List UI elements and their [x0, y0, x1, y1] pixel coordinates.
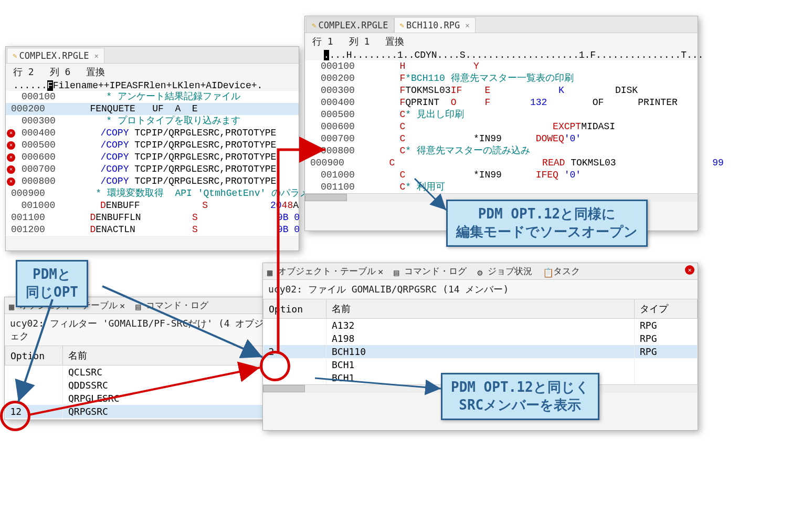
code-line[interactable]: ✕000400 /COPY TCPIP/QRPGLESRC,PROTOTYPE [6, 127, 299, 139]
tab-label: COMPLEX.RPGLE [19, 50, 89, 61]
pencil-icon: ✎ [312, 21, 316, 29]
close-icon[interactable]: ✕ [120, 300, 125, 311]
option-input[interactable] [269, 359, 300, 370]
code-line[interactable]: 000200 F*BCH110 得意先マスター一覧表の印刷 [305, 72, 698, 85]
close-icon[interactable]: ✕ [94, 51, 99, 60]
col-option[interactable]: Option [5, 346, 63, 366]
code-line[interactable]: 000700 C *IN99 DOWEQ'0' [305, 133, 698, 145]
tab-bch110-rpg[interactable]: ✎ BCH110.RPG ✕ [394, 17, 476, 33]
callout-same-opt: PDMと 同じOPT [16, 260, 88, 307]
member-name: QDDSSRC [63, 379, 277, 392]
member-type [635, 358, 698, 371]
line-number: 000900 [6, 187, 50, 200]
log-icon: ▤ [135, 301, 144, 310]
line-number: 000200 [6, 103, 50, 115]
option-input[interactable] [269, 372, 300, 383]
tab-complex-rpgle[interactable]: ✎ COMPLEX.RPGLE ✕ [7, 48, 104, 63]
table-row[interactable]: QDDSSRC [5, 379, 277, 392]
mode-indicator: 置換 [385, 35, 404, 48]
col-name[interactable]: 名前 [326, 299, 635, 319]
code-line[interactable]: 001000 C *IN99 IFEQ '0' [305, 169, 698, 181]
log-icon: ▤ [394, 267, 402, 276]
editor-header: 行 2 列 6 置換 [6, 64, 299, 80]
line-number: 001100 [315, 181, 360, 193]
table-row[interactable]: BCH110RPG [263, 345, 698, 358]
tab-complex-rpgle-right[interactable]: ✎ COMPLEX.RPGLE [306, 17, 394, 33]
table-row[interactable]: BCH1 [263, 358, 698, 371]
member-table: Option 名前 QCLSRCQDDSSRCQRPGLESRCQRPGSRC [5, 346, 277, 418]
table-row[interactable]: QRPGLESRC [5, 392, 277, 405]
code-line[interactable]: 001100 DENBUFFLN S 9B 0 [6, 212, 299, 224]
error-icon: ✕ [7, 165, 15, 174]
code-line[interactable]: 001000 DENBUFF S 2048A [6, 200, 299, 212]
close-icon[interactable]: ✕ [465, 21, 469, 29]
viewbar: ▦ オブジェクト・テーブル ✕ ▤ コマンド・ログ ⚙ ジョブ状況 📋 タスク [263, 263, 698, 280]
code-line[interactable]: 000300 * プロトタイプを取り込みます [6, 115, 299, 127]
member-type: RPG [635, 332, 698, 345]
member-name: QCLSRC [63, 366, 277, 379]
code-line[interactable]: 000200 FENQUETE UF A E DISK [6, 103, 299, 115]
view-tasks[interactable]: 📋 タスク [543, 265, 580, 277]
breadcrumb: ucy02: フィルター 'GOMALIB/PF-SRCだけ' (4 オブジェク [5, 314, 277, 346]
member-table: Option 名前 タイプ A132RPGA198RPGBCH110RPGBCH… [263, 299, 698, 384]
scroll-thumb[interactable] [305, 194, 347, 201]
option-input[interactable] [269, 346, 300, 357]
code-line[interactable]: 000800 C* 得意先マスターの読み込み [305, 145, 698, 157]
error-icon: ✕ [7, 141, 15, 150]
tabbar-left: ✎ COMPLEX.RPGLE ✕ [6, 47, 299, 64]
option-input[interactable] [10, 367, 42, 378]
member-name: BCH110 [326, 345, 635, 358]
job-icon: ⚙ [477, 267, 486, 276]
col-option[interactable]: Option [263, 299, 326, 319]
code-line[interactable]: 000300 FTOKMSL03IF E K DISK [305, 85, 698, 97]
view-object-table[interactable]: ▦ オブジェクト・テーブル ✕ [267, 265, 383, 277]
line-number: 001100 [6, 212, 50, 224]
member-type [635, 371, 698, 384]
line-number: 000700 [16, 163, 61, 175]
code-line[interactable]: ✕000600 /COPY TCPIP/QRPGLESRC,PROTOTYPE [6, 151, 299, 163]
col-type[interactable]: タイプ [635, 299, 698, 319]
code-line[interactable]: 000900 C READ TOKMSL03 99 [305, 157, 698, 169]
line-number: 000600 [16, 151, 61, 163]
view-command-log[interactable]: ▤ コマンド・ログ [394, 265, 467, 277]
table-row[interactable]: A198RPG [263, 332, 698, 345]
table-row[interactable]: QRPGSRC [5, 405, 277, 418]
col-indicator: 列 6 [50, 66, 71, 78]
error-gutter [6, 91, 16, 103]
close-icon[interactable]: ✕ [378, 266, 383, 277]
code-line[interactable]: 001100 C* 利用可 [305, 181, 698, 193]
code-line[interactable]: 001200 DENACTLN S 9B 0 [6, 224, 299, 236]
code-line[interactable]: 000600 C EXCPTMIDASI [305, 121, 698, 133]
scroll-thumb[interactable] [263, 385, 305, 392]
code-line[interactable]: 000400 FQPRINT O F 132 OF PRINTER [305, 97, 698, 109]
error-gutter: ✕ [6, 139, 16, 151]
col-name[interactable]: 名前 [63, 346, 277, 366]
code-line[interactable]: 000500 C* 見出し印刷 [305, 109, 698, 121]
member-name: QRPGLESRC [63, 392, 277, 405]
error-gutter: ✕ [6, 151, 16, 163]
code-area-left[interactable]: 000100 * アンケート結果記録ファイル000200 FENQUETE UF… [6, 91, 299, 236]
line-number: 000300 [16, 115, 61, 127]
table-row[interactable]: QCLSRC [5, 366, 277, 379]
option-input[interactable] [269, 320, 300, 331]
code-line[interactable]: ✕000500 /COPY TCPIP/QRPGLESRC,PROTOTYPE [6, 139, 299, 151]
task-icon: 📋 [543, 267, 551, 276]
table-row[interactable]: A132RPG [263, 319, 698, 332]
code-line[interactable]: 000100 * アンケート結果記録ファイル [6, 91, 299, 103]
error-icon: ✕ [7, 153, 15, 162]
format-ruler: ......FFilename++IPEASFRlen+LKlen+AIDevi… [6, 80, 299, 91]
line-number: 000600 [315, 121, 360, 133]
option-input[interactable] [10, 380, 42, 391]
close-panel-icon[interactable]: ✕ [685, 265, 694, 275]
option-input[interactable] [10, 406, 42, 417]
option-input[interactable] [10, 393, 42, 404]
code-line[interactable]: ✕000800 /COPY TCPIP/QRPGLESRC,PROTOTYPE [6, 175, 299, 187]
error-icon: ✕ [7, 129, 15, 138]
option-input[interactable] [269, 333, 300, 344]
view-job-status[interactable]: ⚙ ジョブ状況 [477, 265, 532, 277]
view-command-log[interactable]: ▤ コマンド・ログ [135, 299, 208, 311]
code-area-right[interactable]: 000100 H Y000200 F*BCH110 得意先マスター一覧表の印刷0… [305, 60, 698, 193]
code-line[interactable]: 000100 H Y [305, 60, 698, 72]
code-line[interactable]: 000900 * 環境変数取得 API 'QtmhGetEnv' のパラメー [6, 187, 299, 200]
code-line[interactable]: ✕000700 /COPY TCPIP/QRPGLESRC,PROTOTYPE [6, 163, 299, 175]
